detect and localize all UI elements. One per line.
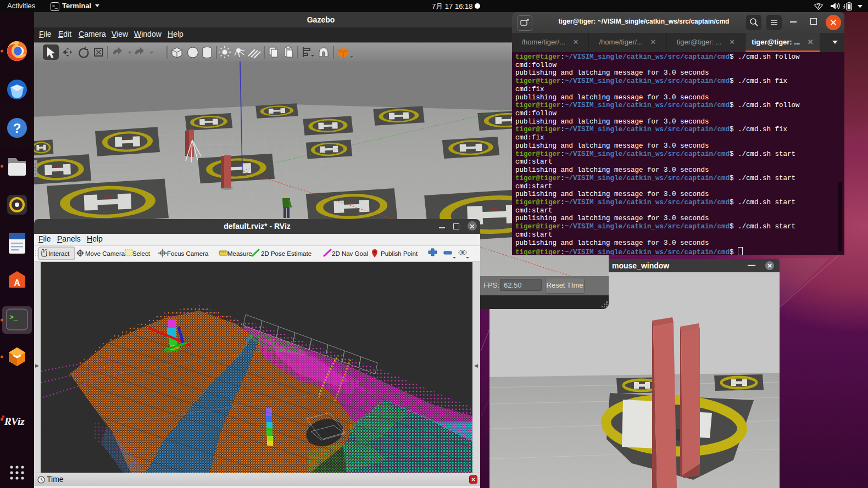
svg-text:>_: >_ — [9, 313, 18, 322]
svg-text:A: A — [14, 278, 20, 288]
svg-text:?: ? — [816, 2, 820, 10]
svg-text:RViz: RViz — [4, 416, 25, 427]
svg-text:?: ? — [13, 121, 21, 136]
